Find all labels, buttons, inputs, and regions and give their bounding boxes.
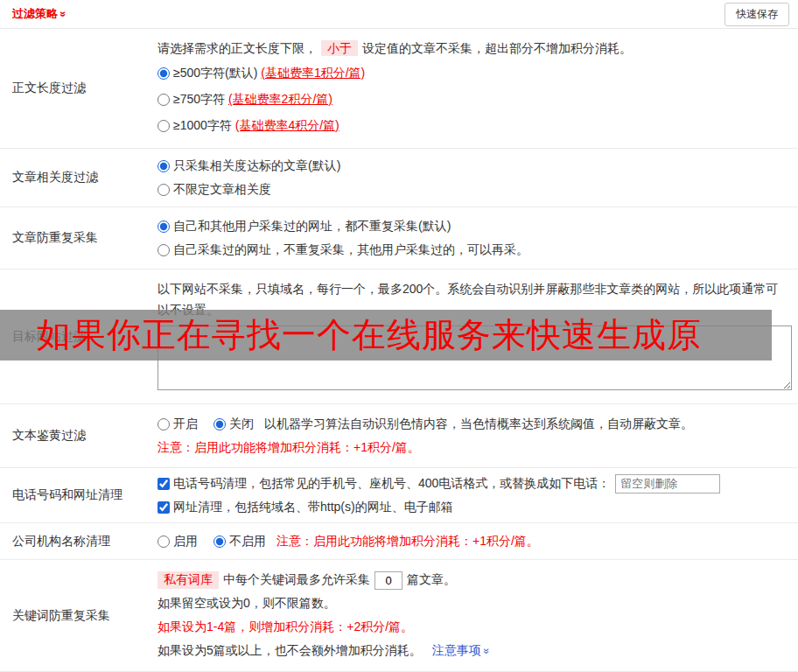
length-option-500-radio[interactable] xyxy=(158,67,170,80)
chevron-down-icon: » xyxy=(57,11,69,18)
site-filter-desc: 以下网站不采集，只填域名，每行一个，最多200个。系统会自动识别并屏蔽那些非文章… xyxy=(158,278,788,320)
row-phone-cleanup: 电话号码和网址清理 电话号码清理，包括常见的手机号、座机号、400电话格式，或替… xyxy=(0,468,798,523)
dedup-option-self: 自己采集过的网址，不重复采集，其他用户采集过的，可以再采。 xyxy=(158,238,791,262)
relevance-option-any-radio[interactable] xyxy=(158,184,170,196)
row-company-cleanup: 公司机构名称清理 启用 不启用 注意：启用此功能将增加积分消耗：+1积分/篇。 xyxy=(0,523,798,560)
porn-filter-desc: 以机器学习算法自动识别色情内容，当色情概率达到系统阈值，自动屏蔽文章。 xyxy=(264,416,693,432)
row-site-filter: 目标网站过滤 以下网站不采集，只填域名，每行一个，最多200个。系统会自动识别并… xyxy=(0,270,798,404)
porn-filter-label: 文本鉴黄过滤 xyxy=(0,404,158,467)
keyword-dedup-line1: 私有词库 中每个关键词最多允许采集 篇文章。 xyxy=(158,569,791,592)
length-option-750-radio[interactable] xyxy=(158,94,170,106)
less-than-highlight: 小于 xyxy=(321,40,358,56)
dedup-option-all-radio[interactable] xyxy=(158,220,170,233)
length-option-1000-radio[interactable] xyxy=(158,120,170,132)
company-cleanup-label: 公司机构名称清理 xyxy=(0,523,158,559)
porn-filter-options: 开启 关闭 以机器学习算法自动识别色情内容，当色情概率达到系统阈值，自动屏蔽文章… xyxy=(158,412,791,436)
row-length-filter: 正文长度过滤 请选择需求的正文长度下限，小于设定值的文章不采集，超出部分不增加积… xyxy=(0,29,798,149)
keyword-dedup-line4: 如果设为5篇或以上，也不会额外增加积分消耗。 注意事项» xyxy=(158,640,791,663)
url-cleanup-checkbox[interactable] xyxy=(158,501,170,514)
phone-cleanup-checkbox[interactable] xyxy=(158,478,170,490)
row-dedup-filter: 文章防重复采集 自己和其他用户采集过的网址，都不重复采集(默认) 自己采集过的网… xyxy=(0,207,798,270)
header: 过滤策略» 快速保存 xyxy=(0,0,798,29)
relevance-filter-label: 文章相关度过滤 xyxy=(0,149,158,206)
company-off-label: 不启用 xyxy=(229,534,266,550)
porn-off-radio[interactable] xyxy=(214,418,226,430)
notes-link[interactable]: 注意事项» xyxy=(432,643,490,659)
keyword-dedup-line2: 如果留空或设为0，则不限篇数。 xyxy=(158,592,791,616)
phone-cleanup-label: 电话号码和网址清理 xyxy=(0,468,158,522)
length-option-750: ≥750字符 (基础费率2积分/篇) xyxy=(158,87,791,113)
relevance-option-strict-radio[interactable] xyxy=(158,160,170,172)
site-filter-textarea[interactable] xyxy=(158,326,792,390)
private-thesaurus-highlight: 私有词库 xyxy=(158,571,219,589)
relevance-option-strict: 只采集相关度达标的文章(默认) xyxy=(158,154,791,178)
dedup-option-self-radio[interactable] xyxy=(158,244,170,256)
keyword-max-count-input[interactable] xyxy=(374,571,402,590)
row-porn-filter: 文本鉴黄过滤 开启 关闭 以机器学习算法自动识别色情内容，当色情概率达到系统阈值… xyxy=(0,404,798,468)
length-option-500: ≥500字符(默认) (基础费率1积分/篇) xyxy=(158,60,791,87)
company-on-label: 启用 xyxy=(173,534,198,550)
length-filter-label: 正文长度过滤 xyxy=(0,29,158,148)
page-title[interactable]: 过滤策略» xyxy=(12,6,66,22)
phone-cleanup-option: 电话号码清理，包括常见的手机号、座机号、400电话格式，或替换成如下电话： xyxy=(158,472,791,495)
replacement-phone-input[interactable] xyxy=(615,474,720,494)
company-on-radio[interactable] xyxy=(158,536,170,548)
relevance-option-any: 不限定文章相关度 xyxy=(158,178,791,201)
length-option-1000: ≥1000字符 (基础费率4积分/篇) xyxy=(158,113,791,139)
page-title-label: 过滤策略 xyxy=(12,7,58,20)
company-cleanup-note: 注意：启用此功能将增加积分消耗：+1积分/篇。 xyxy=(276,534,539,550)
length-option-500-label: ≥500字符(默认) xyxy=(173,66,257,81)
length-option-1000-label: ≥1000字符 xyxy=(173,118,232,134)
length-filter-desc: 请选择需求的正文长度下限，小于设定值的文章不采集，超出部分不增加积分消耗。 xyxy=(158,38,791,59)
notes-chevron-down-icon: » xyxy=(480,648,493,654)
keyword-dedup-line3: 如果设为1-4篇，则增加积分消耗：+2积分/篇。 xyxy=(158,616,791,640)
quick-save-button[interactable]: 快速保存 xyxy=(724,3,789,26)
keyword-dedup-label: 关键词防重复采集 xyxy=(0,560,158,671)
row-relevance-filter: 文章相关度过滤 只采集相关度达标的文章(默认) 不限定文章相关度 xyxy=(0,149,798,207)
dedup-option-all: 自己和其他用户采集过的网址，都不重复采集(默认) xyxy=(158,214,791,238)
dedup-filter-label: 文章防重复采集 xyxy=(0,207,158,269)
length-option-500-note[interactable]: (基础费率1积分/篇) xyxy=(261,66,365,81)
company-cleanup-options: 启用 不启用 注意：启用此功能将增加积分消耗：+1积分/篇。 xyxy=(158,529,791,553)
porn-filter-note: 注意：启用此功能将增加积分消耗：+1积分/篇。 xyxy=(158,436,791,459)
porn-on-radio[interactable] xyxy=(158,418,170,430)
company-off-radio[interactable] xyxy=(214,536,226,548)
url-cleanup-option: 网址清理，包括纯域名、带http(s)的网址、电子邮箱 xyxy=(158,495,791,519)
length-option-750-note[interactable]: (基础费率2积分/篇) xyxy=(228,92,332,108)
porn-on-label: 开启 xyxy=(173,416,198,432)
length-option-1000-note[interactable]: (基础费率4积分/篇) xyxy=(235,118,340,134)
length-option-750-label: ≥750字符 xyxy=(173,92,225,108)
porn-off-label: 关闭 xyxy=(229,416,254,432)
row-keyword-dedup: 关键词防重复采集 私有词库 中每个关键词最多允许采集 篇文章。 如果留空或设为0… xyxy=(0,560,798,672)
site-filter-label: 目标网站过滤 xyxy=(0,270,158,403)
